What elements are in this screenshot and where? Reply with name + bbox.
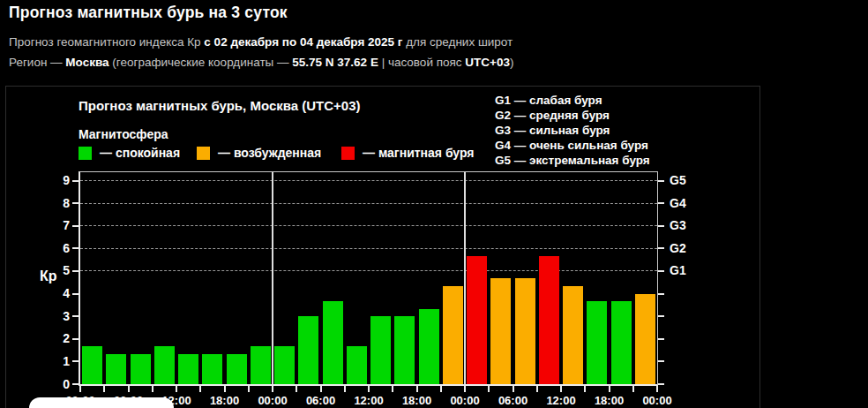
gridline-kp5: [80, 270, 657, 271]
g4-legend-line: G4 — очень сильная буря: [495, 138, 650, 153]
kp-bar: [515, 278, 535, 384]
y-axis-tick: [72, 202, 79, 204]
g-scale-tick-label: G5: [670, 173, 686, 187]
kp-bar: [419, 309, 439, 384]
legend-title: Магнитосфера: [79, 127, 168, 141]
plot-area: 0123456789G1G2G3G4G500:0006:0012:0018:00…: [79, 171, 658, 386]
excited-swatch-icon: [197, 147, 210, 160]
y-tick-label: 3: [45, 309, 70, 323]
x-tick-label: 06:00: [490, 394, 536, 407]
kp-bar: [490, 278, 511, 384]
y-tick-label: 4: [45, 286, 70, 300]
x-axis-tick: [199, 386, 201, 392]
x-axis-tick: [656, 386, 658, 392]
kp-bar: [106, 354, 126, 384]
x-axis-tick: [320, 386, 322, 392]
kp-bar: [82, 346, 102, 384]
right-axis-tick: [658, 315, 664, 317]
kp-bar: [202, 354, 222, 384]
y-tick-label: 2: [45, 331, 70, 345]
g1-legend-line: G1 — слабая буря: [495, 93, 650, 108]
y-axis-tick: [72, 293, 79, 295]
x-tick-label: 06:00: [298, 394, 344, 407]
chart-panel: Прогноз магнитных бурь, Москва (UTC+03) …: [5, 86, 760, 408]
right-axis-tick: [658, 225, 664, 227]
kp-bar: [394, 316, 415, 384]
g-scale-legend: G1 — слабая буря G2 — средняя буря G3 — …: [495, 93, 650, 168]
line1-pre: Прогноз геомагнитного индекса Кр: [9, 35, 204, 49]
day-separator: [272, 172, 273, 384]
gridline-kp9: [80, 180, 657, 181]
coords-value: 55.75 N 37.62 E: [292, 56, 378, 69]
g5-legend-line: G5 — экстремальная буря: [495, 153, 650, 168]
coords-label: (географические координаты —: [109, 56, 293, 69]
region-label: Регион —: [9, 56, 65, 69]
kp-bar: [178, 354, 198, 384]
x-axis-tick: [440, 386, 442, 392]
y-tick-label: 9: [45, 173, 70, 187]
x-tick-label: 00:00: [442, 394, 488, 407]
y-axis-tick: [72, 225, 79, 227]
x-tick-label: 18:00: [202, 394, 248, 407]
x-axis-tick: [152, 386, 153, 392]
kp-bar: [154, 346, 175, 384]
legend-label-excited: — возбужденная: [218, 146, 321, 160]
quiet-swatch-icon: [79, 147, 92, 160]
right-axis-tick: [658, 270, 664, 272]
x-axis-tick: [632, 386, 634, 392]
x-axis-tick: [392, 386, 393, 392]
y-tick-label: 8: [45, 196, 70, 210]
g2-legend-line: G2 — средняя буря: [495, 108, 650, 123]
g-scale-tick-label: G2: [670, 241, 686, 255]
x-axis-tick: [272, 386, 273, 392]
x-axis-tick: [176, 386, 177, 392]
x-axis-tick: [248, 386, 250, 392]
gridline-kp7: [80, 225, 657, 226]
x-axis-tick: [128, 386, 130, 392]
right-axis-tick: [658, 338, 664, 340]
kp-bar: [323, 301, 343, 384]
right-axis-tick: [658, 180, 664, 182]
x-tick-label: 12:00: [538, 394, 584, 407]
region-city: Москва: [65, 56, 108, 69]
kp-bar: [635, 294, 655, 384]
storm-swatch-icon: [341, 147, 355, 160]
g-scale-tick-label: G1: [670, 263, 686, 277]
day-separator: [464, 172, 466, 384]
x-tick-label: 00:00: [250, 394, 296, 407]
line2-close: ): [510, 56, 514, 69]
gridline-kp8: [80, 203, 657, 204]
kp-bar: [251, 346, 271, 384]
forecast-period-line: Прогноз геомагнитного индекса Кр с 02 де…: [9, 35, 513, 49]
y-axis-tick: [72, 315, 79, 317]
line1-post: для средних широт: [402, 35, 513, 49]
y-tick-label: 1: [45, 354, 70, 368]
x-axis-tick: [513, 386, 514, 392]
right-axis-tick: [658, 293, 664, 295]
g3-legend-line: G3 — сильная буря: [495, 123, 650, 138]
right-axis-tick: [658, 360, 664, 362]
x-axis-tick: [296, 386, 297, 392]
y-axis-tick: [72, 180, 79, 182]
x-axis-tick: [609, 386, 610, 392]
kp-bar: [131, 354, 151, 384]
right-axis-tick: [658, 202, 664, 204]
x-axis-tick: [103, 386, 105, 392]
legend-label-quiet: — спокойная: [100, 146, 180, 160]
g-scale-tick-label: G4: [670, 196, 686, 210]
gridline-kp6: [80, 248, 657, 249]
x-axis-tick: [584, 386, 586, 392]
timezone-label: | часовой пояс: [378, 56, 465, 69]
x-tick-label: 00:00: [634, 394, 680, 407]
x-axis-tick: [464, 386, 466, 392]
y-axis-tick: [72, 360, 79, 362]
y-axis-tick: [72, 247, 79, 249]
g-scale-tick-label: G3: [670, 218, 686, 232]
kp-bar: [274, 346, 295, 384]
y-tick-label: 7: [45, 218, 70, 232]
kp-bar: [563, 286, 583, 384]
kp-bar: [347, 346, 367, 384]
y-tick-label: 0: [45, 377, 70, 391]
x-axis-tick: [416, 386, 418, 392]
region-line: Регион — Москва (географические координа…: [9, 56, 513, 69]
